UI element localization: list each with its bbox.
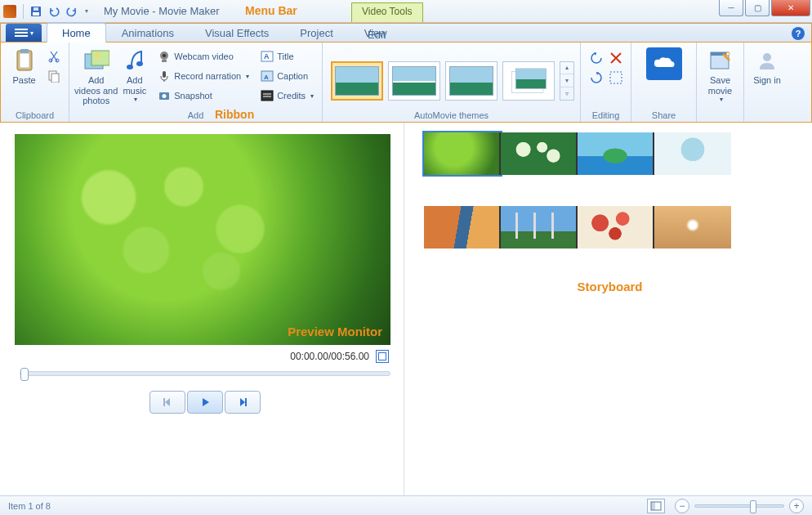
svg-point-33	[763, 53, 771, 61]
storyboard-clip-8[interactable]	[654, 206, 731, 249]
automovie-theme-scroll[interactable]: ▴▾▿	[560, 61, 574, 101]
group-label-clipboard: Clipboard	[1, 110, 69, 122]
sign-in-button[interactable]: Sign in	[749, 46, 785, 110]
seek-slider[interactable]	[20, 371, 390, 376]
svg-rect-4	[20, 53, 29, 68]
qat-redo-button[interactable]	[64, 3, 80, 20]
annotation-ribbon: Ribbon	[215, 108, 254, 121]
svg-rect-5	[20, 49, 29, 53]
tab-edit[interactable]: Edit	[352, 25, 401, 44]
status-item-count: Item 1 of 8	[8, 501, 51, 511]
tabs-row: ▾ Home Animations Visual Effects Project…	[0, 23, 812, 43]
title-bar: ▾ My Movie - Movie Maker Menu Bar Video …	[0, 0, 812, 23]
file-menu-button[interactable]: ▾	[6, 24, 42, 42]
automovie-theme-3[interactable]	[445, 61, 497, 101]
ribbon: Paste Clipboard Add videos and photos Ad…	[0, 43, 812, 123]
storyboard-pane[interactable]: Storyboard	[404, 123, 812, 495]
zoom-in-button[interactable]: +	[789, 499, 804, 513]
svg-rect-18	[163, 71, 166, 78]
paste-label: Paste	[12, 75, 35, 86]
svg-rect-17	[162, 60, 167, 62]
add-music-label: Add music	[118, 75, 151, 96]
caption-button[interactable]: ACaption	[257, 67, 317, 85]
group-label-editing: Editing	[581, 110, 631, 122]
qat-customize-button[interactable]: ▾	[82, 3, 91, 20]
svg-point-32	[726, 52, 729, 56]
svg-rect-26	[261, 91, 273, 101]
svg-point-14	[136, 61, 143, 66]
add-videos-photos-button[interactable]: Add videos and photos	[74, 46, 118, 110]
svg-rect-9	[51, 74, 59, 83]
view-toggle-button[interactable]	[647, 499, 665, 513]
add-music-button[interactable]: Add music▾	[118, 46, 151, 110]
svg-rect-29	[610, 72, 622, 83]
automovie-theme-4[interactable]	[502, 61, 555, 101]
svg-point-13	[127, 65, 133, 69]
maximize-button[interactable]: ▢	[745, 0, 770, 16]
help-icon[interactable]: ?	[792, 27, 805, 40]
add-videos-label: Add videos and photos	[74, 75, 118, 106]
app-icon	[3, 5, 16, 18]
group-label-add: Add	[69, 110, 322, 122]
rotate-left-icon[interactable]	[589, 51, 604, 65]
record-narration-button[interactable]: Record narration▾	[154, 67, 252, 85]
tab-animations[interactable]: Animations	[106, 23, 190, 43]
preview-monitor[interactable]: Preview Monitor	[15, 134, 390, 345]
save-movie-button[interactable]: Save movie▾	[702, 46, 738, 110]
save-movie-label: Save movie	[702, 75, 738, 96]
storyboard-clip-1[interactable]	[424, 132, 501, 175]
zoom-out-button[interactable]: −	[675, 499, 689, 513]
storyboard-clip-5[interactable]	[424, 206, 501, 249]
rotate-right-icon[interactable]	[589, 70, 604, 85]
title-button[interactable]: ATitle	[257, 47, 317, 65]
storyboard-row-1	[424, 132, 796, 175]
snapshot-button[interactable]: Snapshot	[154, 87, 252, 105]
select-all-icon[interactable]	[609, 70, 623, 85]
window-title: My Movie - Movie Maker	[104, 5, 220, 17]
minimize-button[interactable]: ─	[719, 0, 743, 16]
qat-undo-button[interactable]	[46, 3, 62, 20]
storyboard-clip-6[interactable]	[501, 206, 578, 249]
cut-button[interactable]	[44, 47, 64, 65]
annotation-storyboard: Storyboard	[424, 280, 796, 293]
prev-frame-button[interactable]	[149, 391, 185, 414]
storyboard-clip-3[interactable]	[578, 132, 654, 175]
svg-rect-11	[91, 51, 109, 65]
svg-text:A: A	[264, 74, 269, 81]
credits-button[interactable]: Credits▾	[257, 87, 317, 105]
svg-rect-2	[33, 7, 38, 11]
fullscreen-icon[interactable]	[376, 350, 389, 363]
tab-visual-effects[interactable]: Visual Effects	[190, 23, 284, 43]
qat-save-button[interactable]	[28, 3, 44, 20]
svg-rect-37	[651, 502, 655, 510]
tab-home[interactable]: Home	[47, 23, 106, 43]
preview-time-display: 00:00.00/00:56.00	[290, 351, 369, 362]
play-button[interactable]	[187, 391, 223, 414]
automovie-theme-2[interactable]	[388, 61, 440, 101]
sign-in-label: Sign in	[753, 75, 781, 86]
svg-rect-35	[245, 398, 247, 406]
group-label-automovie: AutoMovie themes	[323, 110, 580, 122]
storyboard-clip-2[interactable]	[501, 132, 578, 175]
contextual-tab-video-tools[interactable]: Video Tools	[351, 2, 423, 22]
storyboard-row-2	[424, 206, 796, 249]
share-onedrive-button[interactable]	[641, 46, 687, 110]
group-label-share: Share	[631, 110, 696, 122]
paste-button[interactable]: Paste	[6, 46, 42, 110]
svg-text:A: A	[264, 52, 270, 60]
next-frame-button[interactable]	[225, 391, 261, 414]
zoom-slider[interactable]	[694, 504, 784, 508]
webcam-video-button[interactable]: Webcam video	[154, 47, 252, 65]
storyboard-clip-7[interactable]	[578, 206, 654, 249]
close-button[interactable]: ✕	[771, 0, 810, 16]
annotation-preview: Preview Monitor	[288, 325, 382, 338]
storyboard-clip-4[interactable]	[654, 132, 731, 175]
svg-point-12	[95, 53, 100, 58]
status-bar: Item 1 of 8 − +	[0, 495, 812, 515]
tab-project[interactable]: Project	[284, 23, 348, 43]
automovie-theme-1[interactable]	[331, 61, 383, 101]
svg-rect-34	[163, 398, 165, 406]
remove-icon[interactable]	[609, 51, 623, 65]
copy-button[interactable]	[44, 67, 64, 85]
annotation-menu-bar: Menu Bar	[245, 4, 297, 17]
